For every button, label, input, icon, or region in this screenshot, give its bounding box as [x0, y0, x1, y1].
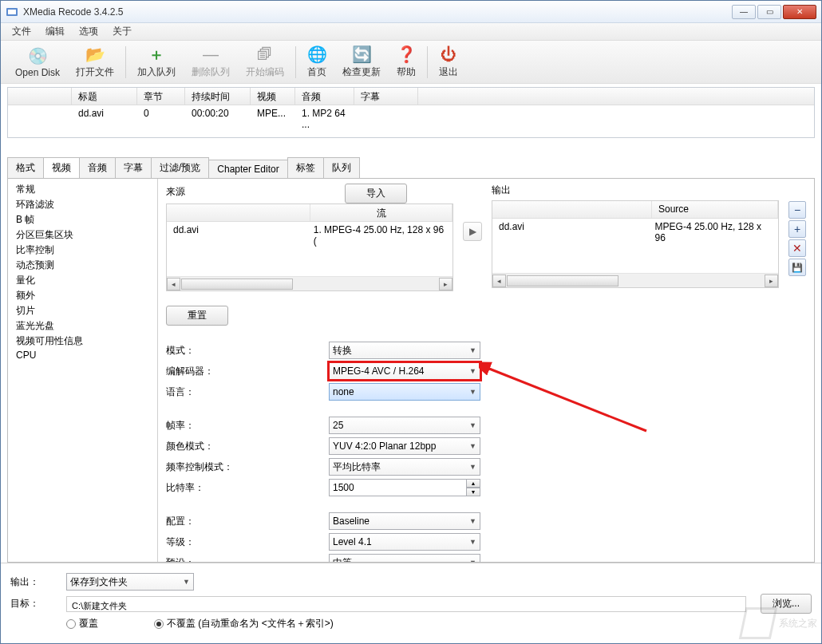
queue-cell-chapter: 0: [137, 107, 185, 121]
target-path[interactable]: C:\新建文件夹: [66, 596, 746, 612]
language-select[interactable]: none▼: [329, 383, 480, 401]
out-hdr-file[interactable]: [492, 201, 652, 218]
preset-select[interactable]: 中等▼: [329, 554, 480, 562]
overwrite-radio[interactable]: 覆盖: [66, 617, 98, 630]
tab-format[interactable]: 格式: [7, 157, 44, 178]
add-queue-button[interactable]: ＋加入队列: [129, 43, 184, 81]
codec-select[interactable]: MPEG-4 AVC / H.264▼: [329, 362, 480, 380]
level-select[interactable]: Level 4.1▼: [329, 533, 480, 551]
add-button[interactable]: +: [788, 220, 806, 238]
queue-hdr-thumb[interactable]: [8, 88, 72, 105]
menu-options[interactable]: 选项: [73, 23, 105, 40]
transfer-button[interactable]: ▶: [463, 222, 482, 241]
queue-hdr-subtitle[interactable]: 字幕: [354, 88, 418, 105]
output-row[interactable]: dd.avi MPEG-4 25.00 Hz, 128 x 96: [492, 219, 778, 246]
delete-button[interactable]: ✕: [788, 239, 806, 257]
chevron-down-icon: ▼: [469, 463, 476, 471]
codec-form: 模式： 转换▼ 编解码器： MPEG-4 AVC / H.264▼ 语言： no…: [166, 338, 806, 562]
video-right-pane: 来源 导入 流 dd.avi 1. MPEG-4 25.00 Hz, 128 x…: [158, 179, 814, 562]
help-button[interactable]: ❓帮助: [389, 43, 424, 81]
mode-select[interactable]: 转换▼: [329, 342, 480, 359]
tab-audio[interactable]: 音频: [79, 157, 116, 178]
ratectl-select[interactable]: 平均比特率▼: [329, 458, 480, 476]
side-item[interactable]: 视频可用性信息: [13, 334, 157, 349]
tab-filter[interactable]: 过滤/预览: [151, 157, 209, 178]
menubar: 文件 编辑 选项 关于: [1, 23, 821, 41]
fps-select[interactable]: 25▼: [329, 417, 480, 434]
minimize-button[interactable]: —: [732, 5, 756, 19]
reset-button[interactable]: 重置: [166, 306, 228, 326]
out-hdr-source[interactable]: Source: [652, 201, 778, 218]
side-item[interactable]: 常规: [13, 182, 157, 197]
spin-down[interactable]: ▼: [466, 488, 480, 496]
tab-subtitle[interactable]: 字幕: [115, 157, 152, 178]
side-item[interactable]: 环路滤波: [13, 197, 157, 212]
side-item[interactable]: CPU: [13, 349, 157, 362]
side-item[interactable]: B 帧: [13, 212, 157, 227]
source-panel: 来源 导入 流 dd.avi 1. MPEG-4 25.00 Hz, 128 x…: [166, 184, 453, 291]
queue-hdr-audio[interactable]: 音频: [295, 88, 354, 105]
queue-hdr-duration[interactable]: 持续时间: [185, 88, 251, 105]
out-file: dd.avi: [492, 221, 649, 243]
separator: [125, 46, 126, 78]
remove-button[interactable]: −: [788, 201, 806, 219]
bitrate-input[interactable]: [329, 479, 466, 496]
src-hdr-stream[interactable]: 流: [310, 204, 452, 221]
check-update-button[interactable]: 🔄检查更新: [334, 43, 389, 81]
save-button[interactable]: 💾: [788, 259, 806, 276]
maximize-button[interactable]: ▭: [757, 5, 781, 19]
no-overwrite-radio[interactable]: 不覆盖 (自动重命名为 <文件名＋索引>): [154, 617, 334, 630]
import-button[interactable]: 导入: [345, 184, 407, 203]
disc-icon: 💿: [28, 46, 47, 65]
menu-file[interactable]: 文件: [6, 23, 38, 40]
side-item[interactable]: 比率控制: [13, 243, 157, 258]
src-hdr-file[interactable]: [167, 204, 310, 221]
target-label: 目标：: [10, 597, 58, 610]
home-button[interactable]: 🌐首页: [299, 43, 334, 81]
side-item[interactable]: 动态预测: [13, 258, 157, 273]
output-mode-select[interactable]: 保存到文件夹▼: [66, 573, 194, 591]
src-stream: 1. MPEG-4 25.00 Hz, 128 x 96 (: [307, 224, 452, 247]
tab-chapter[interactable]: Chapter Editor: [208, 160, 287, 178]
spin-up[interactable]: ▲: [466, 479, 480, 488]
exit-button[interactable]: ⏻退出: [431, 43, 466, 81]
side-item[interactable]: 分区巨集区块: [13, 227, 157, 243]
color-select[interactable]: YUV 4:2:0 Planar 12bpp▼: [329, 437, 480, 455]
tab-tag[interactable]: 标签: [287, 157, 324, 178]
side-item[interactable]: 蓝光光盘: [13, 318, 157, 334]
output-panel: 输出 Source dd.avi MPEG-4 25.00 Hz, 128 x …: [492, 184, 779, 288]
folder-icon: 📂: [85, 45, 105, 64]
queue-hdr-video[interactable]: 视频: [251, 88, 295, 105]
side-item[interactable]: 额外: [13, 288, 157, 303]
browse-button[interactable]: 浏览...: [761, 594, 812, 614]
tab-video[interactable]: 视频: [43, 157, 80, 178]
queue-table: 标题 章节 持续时间 视频 音频 字幕 dd.avi 0 00:00:20 MP…: [7, 87, 815, 138]
menu-edit[interactable]: 编辑: [39, 23, 71, 40]
scrollbar[interactable]: ◂▸: [167, 276, 452, 290]
chevron-down-icon: ▼: [469, 538, 476, 546]
bitrate-spinner[interactable]: ▲▼: [329, 479, 480, 496]
titlebar: XMedia Recode 3.4.2.5 — ▭ ✕: [1, 1, 821, 23]
source-row[interactable]: dd.avi 1. MPEG-4 25.00 Hz, 128 x 96 (: [167, 222, 452, 249]
tab-queue[interactable]: 队列: [323, 157, 360, 178]
open-disk-button[interactable]: 💿Open Disk: [7, 45, 68, 80]
queue-hdr-chapter[interactable]: 章节: [137, 88, 185, 105]
open-file-button[interactable]: 📂打开文件: [68, 43, 122, 81]
window-title: XMedia Recode 3.4.2.5: [23, 6, 732, 18]
queue-hdr-title[interactable]: 标题: [72, 88, 137, 105]
out-source: MPEG-4 25.00 Hz, 128 x 96: [649, 221, 778, 243]
codec-label: 编解码器：: [166, 365, 329, 378]
chevron-down-icon: ▼: [469, 367, 476, 375]
side-item[interactable]: 量化: [13, 273, 157, 288]
video-side-list: 常规 环路滤波 B 帧 分区巨集区块 比率控制 动态预测 量化 额外 切片 蓝光…: [8, 179, 158, 562]
color-label: 颜色模式：: [166, 440, 329, 453]
profile-label: 配置：: [166, 515, 329, 528]
queue-row[interactable]: dd.avi 0 00:00:20 MPE... 1. MP2 64 ...: [8, 105, 814, 121]
scrollbar[interactable]: ◂▸: [492, 273, 778, 287]
level-label: 等级：: [166, 535, 329, 549]
menu-about[interactable]: 关于: [106, 23, 138, 40]
close-button[interactable]: ✕: [783, 5, 816, 19]
side-item[interactable]: 切片: [13, 303, 157, 318]
preset-label: 预设：: [166, 556, 329, 563]
profile-select[interactable]: Baseline▼: [329, 512, 480, 530]
